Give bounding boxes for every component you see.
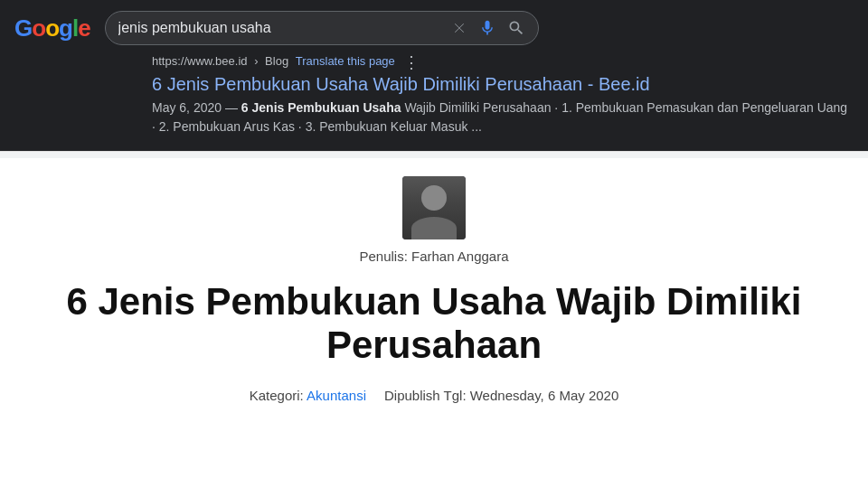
publish-date: Dipublish Tgl: Wednesday, 6 May 2020 (384, 388, 618, 403)
search-icons (451, 19, 525, 37)
voice-search-button[interactable] (478, 19, 496, 37)
article-title-line2: Perusahaan (326, 324, 542, 366)
result-url-path: Blog (265, 54, 288, 68)
section-divider (0, 151, 868, 158)
category-prefix: Kategori: (250, 388, 304, 403)
article-section: Penulis: Farhan Anggara 6 Jenis Pembukua… (0, 158, 868, 403)
snippet-date: May 6, 2020 (152, 100, 222, 115)
search-bar-section: Google (0, 0, 868, 45)
article-title: 6 Jenis Pembukuan Usaha Wajib Dimiliki P… (30, 280, 837, 368)
author-name: Penulis: Farhan Anggara (359, 249, 508, 264)
article-title-line1: 6 Jenis Pembukuan Usaha Wajib Dimiliki (66, 280, 801, 323)
article-meta: Kategori: Akuntansi Dipublish Tgl: Wedne… (250, 388, 619, 403)
snippet-bold-text: 6 Jenis Pembukuan Usaha (241, 100, 401, 115)
translate-link[interactable]: Translate this page (296, 54, 395, 68)
avatar-silhouette (402, 176, 466, 239)
search-input[interactable] (118, 20, 444, 36)
google-logo: Google (14, 14, 90, 42)
category-link[interactable]: Akuntansi (307, 388, 366, 403)
result-snippet: May 6, 2020 — 6 Jenis Pembukuan Usaha Wa… (152, 99, 854, 136)
result-url-domain: https://www.bee.id (152, 54, 248, 68)
category-label: Kategori: Akuntansi (250, 388, 366, 403)
search-result-section: https://www.bee.id › Blog Translate this… (0, 45, 868, 151)
author-avatar (402, 176, 466, 239)
result-url: https://www.bee.id › Blog Translate this… (152, 52, 854, 72)
breadcrumb-separator: › (254, 54, 258, 68)
search-icon (507, 19, 525, 37)
result-title-link[interactable]: 6 Jenis Pembukuan Usaha Wajib Dimiliki P… (152, 74, 854, 95)
mic-icon (478, 19, 496, 37)
clear-search-button[interactable] (451, 20, 467, 36)
snippet-dash: — (225, 100, 241, 115)
search-input-wrapper (105, 11, 539, 45)
result-more-options[interactable]: ⋮ (403, 53, 420, 71)
close-icon (451, 20, 467, 36)
google-search-button[interactable] (507, 19, 525, 37)
